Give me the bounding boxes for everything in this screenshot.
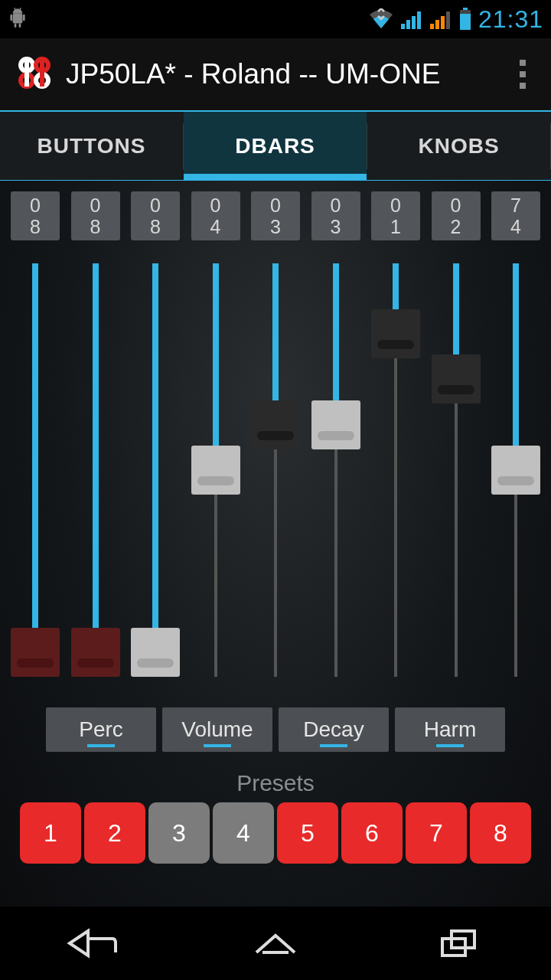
drawbar-slider-4[interactable] (191, 263, 240, 677)
presets-label: Presets (8, 770, 543, 796)
drawbar-slider-9[interactable] (491, 263, 540, 677)
slider-thumb[interactable] (311, 400, 360, 449)
svg-rect-19 (460, 14, 471, 30)
preset-7[interactable]: 7 (406, 802, 467, 864)
volume-button[interactable]: Volume (162, 707, 272, 752)
svg-rect-13 (430, 24, 434, 29)
slider-thumb[interactable] (11, 628, 60, 677)
slider-thumb[interactable] (371, 309, 420, 358)
slider-thumb[interactable] (491, 446, 540, 495)
signal-blue-icon (400, 8, 423, 30)
drawbar-slider-8[interactable] (432, 263, 481, 677)
tab-knobs[interactable]: KNOBS (367, 112, 550, 180)
drawbar-value-9[interactable]: 74 (491, 191, 540, 240)
value-row: 080808040303010274 (8, 191, 543, 240)
slider-thumb[interactable] (131, 628, 180, 677)
slider-row (8, 240, 543, 700)
slider-thumb[interactable] (191, 446, 240, 495)
svg-rect-9 (401, 24, 405, 29)
preset-1[interactable]: 1 (20, 802, 81, 864)
preset-5[interactable]: 5 (277, 802, 338, 864)
tab-dbars[interactable]: DBARS (184, 112, 367, 180)
drawbar-slider-2[interactable] (71, 263, 120, 677)
svg-rect-0 (13, 13, 23, 23)
nav-recents-icon[interactable] (413, 920, 505, 966)
android-icon (8, 5, 28, 34)
drawbar-value-4[interactable]: 04 (191, 191, 240, 240)
battery-icon (458, 8, 472, 31)
drawbar-slider-7[interactable] (371, 263, 420, 677)
action-row: PercVolumeDecayHarm (8, 707, 543, 752)
drawbar-value-8[interactable]: 02 (432, 191, 481, 240)
nav-back-icon[interactable] (46, 920, 138, 966)
drawbar-value-6[interactable]: 03 (311, 191, 360, 240)
svg-rect-3 (10, 14, 12, 21)
svg-rect-11 (412, 16, 416, 29)
tab-buttons[interactable]: BUTTONS (0, 112, 183, 180)
svg-rect-4 (23, 14, 25, 21)
main-panel: 080808040303010274 PercVolumeDecayHarm P… (0, 181, 551, 906)
overflow-menu-icon[interactable] (504, 38, 542, 111)
svg-rect-16 (446, 11, 450, 29)
signal-orange-icon (429, 8, 452, 30)
harm-button[interactable]: Harm (395, 707, 505, 752)
nav-home-icon[interactable] (230, 920, 321, 966)
drawbar-slider-5[interactable] (251, 263, 300, 677)
drawbar-value-3[interactable]: 08 (131, 191, 180, 240)
svg-rect-17 (463, 8, 468, 10)
drawbar-value-5[interactable]: 03 (251, 191, 300, 240)
action-bar: JP50LA* - Roland -- UM-ONE (0, 38, 551, 112)
slider-thumb[interactable] (432, 354, 481, 403)
svg-rect-5 (15, 23, 17, 27)
wifi-icon (368, 8, 394, 30)
preset-6[interactable]: 6 (341, 802, 403, 864)
drawbar-value-2[interactable]: 08 (71, 191, 120, 240)
page-title: JP50LA* - Roland -- UM-ONE (66, 58, 491, 90)
svg-rect-10 (406, 20, 410, 29)
app-logo-icon (15, 54, 54, 95)
tab-bar: BUTTONS DBARS KNOBS (0, 112, 551, 181)
perc-button[interactable]: Perc (46, 707, 156, 752)
svg-rect-15 (441, 16, 445, 29)
drawbar-slider-3[interactable] (131, 263, 180, 677)
preset-4[interactable]: 4 (213, 802, 274, 864)
svg-rect-6 (19, 23, 21, 27)
slider-thumb[interactable] (251, 400, 300, 449)
drawbar-value-7[interactable]: 01 (371, 191, 420, 240)
decay-button[interactable]: Decay (279, 707, 389, 752)
presets-row: 12345678 (8, 802, 543, 864)
preset-8[interactable]: 8 (470, 802, 531, 864)
drawbar-slider-1[interactable] (11, 263, 60, 677)
slider-thumb[interactable] (71, 628, 120, 677)
status-bar: 21:31 (0, 0, 551, 38)
preset-2[interactable]: 2 (84, 802, 145, 864)
preset-3[interactable]: 3 (148, 802, 210, 864)
nav-bar (0, 906, 551, 980)
svg-rect-14 (435, 20, 439, 29)
drawbar-slider-6[interactable] (311, 263, 360, 677)
drawbar-value-1[interactable]: 08 (11, 191, 60, 240)
clock: 21:31 (478, 5, 543, 34)
svg-rect-12 (417, 11, 421, 29)
